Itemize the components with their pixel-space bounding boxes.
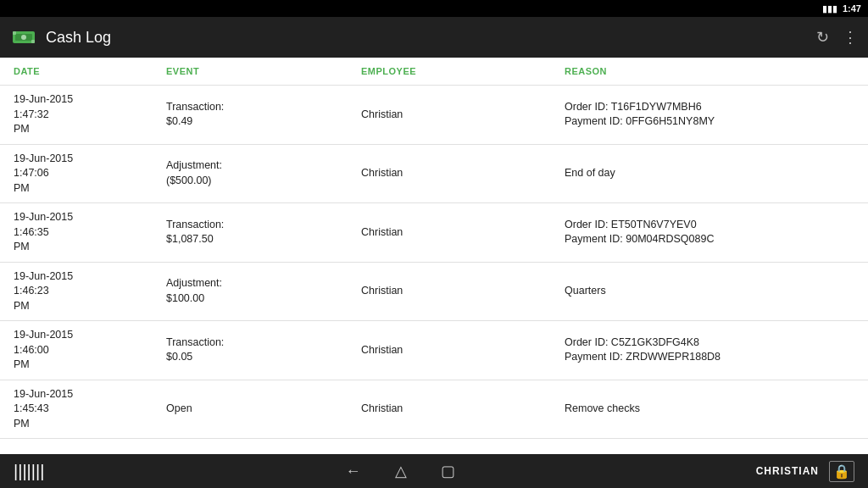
overflow-menu-button[interactable]: ⋮ — [843, 28, 858, 47]
refresh-button[interactable]: ↻ — [816, 28, 829, 47]
cell-reason: End of day — [551, 144, 868, 203]
app-title: Cash Log — [46, 29, 816, 47]
back-button[interactable]: ← — [346, 463, 361, 480]
cell-event: Adjustment:($500.00) — [153, 144, 348, 203]
table-row: 19-Jun-20151:47:06PMAdjustment:($500.00)… — [0, 144, 868, 203]
app-logo — [10, 24, 37, 51]
cell-employee: Christian — [348, 380, 551, 439]
recents-button[interactable]: ▢ — [441, 462, 455, 480]
table-row: 19-Jun-20151:47:32PMTransaction:$0.49Chr… — [0, 86, 868, 145]
cell-date: 19-Jun-20151:46:23PM — [0, 262, 153, 321]
app-bar-actions: ↻ ⋮ — [816, 28, 858, 47]
cell-reason: Order ID: C5Z1GK3DFG4K8Payment ID: ZRDWW… — [551, 321, 868, 380]
table-row: 19-Jun-20151:45:43PMOpenChristianRemove … — [0, 380, 868, 439]
col-header-reason: REASON — [551, 58, 868, 86]
status-bar: ▮▮▮ 1:47 — [0, 0, 868, 17]
cell-reason: Order ID: ET50TN6V7YEV0Payment ID: 90M04… — [551, 203, 868, 263]
cell-reason: Quarters — [551, 262, 868, 321]
status-icons: ▮▮▮ — [822, 3, 837, 14]
table-row: 19-Jun-20151:46:35PMTransaction:$1,087.5… — [0, 203, 868, 263]
cash-log-table: DATE EVENT EMPLOYEE REASON 19-Jun-20151:… — [0, 58, 868, 439]
app-bar: Cash Log ↻ ⋮ — [0, 17, 868, 58]
cell-event: Adjustment:$100.00 — [153, 262, 348, 321]
col-header-event: EVENT — [153, 58, 348, 86]
cell-reason: Order ID: T16F1DYW7MBH6Payment ID: 0FFG6… — [551, 86, 868, 145]
cell-employee: Christian — [348, 321, 551, 380]
barcode-icon: ||||||| — [14, 462, 44, 481]
nav-buttons: ← △ ▢ — [346, 462, 455, 480]
battery-icon: ▮▮▮ — [822, 3, 837, 14]
col-header-employee: EMPLOYEE — [348, 58, 551, 86]
svg-point-2 — [21, 35, 26, 40]
cell-employee: Christian — [348, 203, 551, 263]
home-button[interactable]: △ — [395, 462, 407, 480]
cell-employee: Christian — [348, 86, 551, 145]
cell-date: 19-Jun-20151:45:43PM — [0, 380, 153, 439]
table-row: 19-Jun-20151:46:00PMTransaction:$0.05Chr… — [0, 321, 868, 380]
cell-event: Transaction:$0.49 — [153, 86, 348, 145]
employee-name-label: CHRISTIAN — [756, 465, 819, 477]
table-header-row: DATE EVENT EMPLOYEE REASON — [0, 58, 868, 86]
cell-date: 19-Jun-20151:46:00PM — [0, 321, 153, 380]
cell-employee: Christian — [348, 144, 551, 203]
cell-event: Open — [153, 380, 348, 439]
bottom-nav: ||||||| ← △ ▢ CHRISTIAN 🔒 — [0, 454, 868, 488]
cell-date: 19-Jun-20151:47:06PM — [0, 144, 153, 203]
bottom-nav-right: CHRISTIAN 🔒 — [756, 461, 854, 482]
cash-log-icon — [11, 25, 36, 50]
cell-event: Transaction:$0.05 — [153, 321, 348, 380]
cash-log-table-container: DATE EVENT EMPLOYEE REASON 19-Jun-20151:… — [0, 58, 868, 454]
table-row: 19-Jun-20151:46:23PMAdjustment:$100.00Ch… — [0, 262, 868, 321]
cell-employee: Christian — [348, 262, 551, 321]
lock-icon[interactable]: 🔒 — [829, 461, 854, 482]
cell-date: 19-Jun-20151:46:35PM — [0, 203, 153, 263]
status-time: 1:47 — [843, 3, 861, 14]
svg-rect-4 — [31, 40, 35, 43]
cell-reason: Remove checks — [551, 380, 868, 439]
svg-rect-3 — [13, 31, 16, 35]
cell-event: Transaction:$1,087.50 — [153, 203, 348, 263]
cell-date: 19-Jun-20151:47:32PM — [0, 86, 153, 145]
col-header-date: DATE — [0, 58, 153, 86]
